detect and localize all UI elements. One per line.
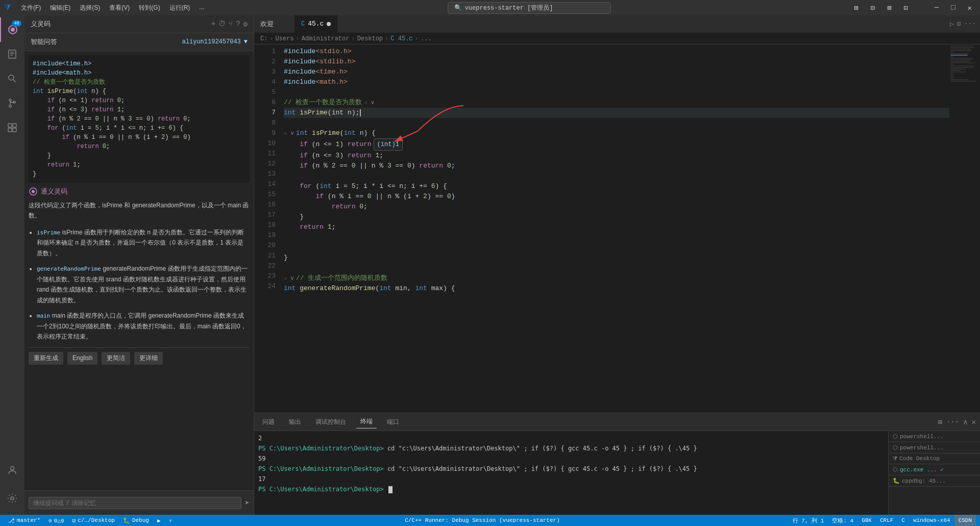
bullet-item-2: generateRandomPrime generateRandomPrime … — [37, 264, 250, 305]
terminal-maximize-icon[interactable]: ∧ — [963, 418, 967, 426]
menu-view[interactable]: 查看(V) — [105, 3, 134, 13]
status-csdn[interactable]: CSDN — [954, 515, 976, 526]
line-num-24: 24 — [258, 281, 276, 292]
menu-select[interactable]: 选择(S) — [76, 3, 104, 13]
search-bar[interactable]: 🔍 vuepress-starter [管理员] — [448, 2, 611, 14]
status-path[interactable]: ⊡ c/…/Desktop — [68, 515, 119, 526]
ai-input-field[interactable] — [29, 497, 241, 509]
status-eol[interactable]: CRLF — [876, 515, 897, 526]
code-row-21: } — [284, 253, 949, 263]
line-num-13: 13 — [258, 169, 276, 179]
line-num-21: 21 — [258, 251, 276, 261]
ai-hint-icon-6[interactable]: ☆ ∨ — [364, 98, 374, 108]
layout-icon-4[interactable]: ⊡ — [899, 4, 912, 12]
status-platform[interactable]: windows-x64 — [909, 515, 954, 526]
line-num-10: 10 — [258, 138, 276, 149]
ai-send-button[interactable]: ➤ — [244, 498, 250, 508]
right-panel-cppdbg[interactable]: 🐛 cppdbg: 45... — [889, 475, 980, 487]
status-spaces[interactable]: 空格: 4 — [828, 515, 857, 526]
code-line-8: if (n % 2 == 0 || n % 3 == 0) return 0; — [33, 114, 246, 124]
code-content[interactable]: #include<stdio.h> #include<stdlib.h> #in… — [280, 44, 949, 413]
more-icon[interactable]: ··· — [964, 20, 976, 28]
run-icon[interactable]: ▷ — [950, 20, 954, 28]
code-row-11: if (n <= 3 ) return 1 ; — [284, 151, 949, 161]
ai-hint-icon-9[interactable]: ☆ ∨ — [284, 128, 294, 138]
terminal-split-icon[interactable]: ⊞ — [938, 418, 942, 426]
breadcrumb: C: › Users › Administrator › Desktop › C… — [254, 33, 980, 44]
right-panel-code[interactable]: ⧩ Code Desktop — [889, 453, 980, 464]
editor-with-right: 1 2 3 4 5 6 7 8 9 10 11 12 13 14 — [254, 44, 980, 515]
tab-welcome[interactable]: 欢迎 — [254, 15, 295, 33]
activity-extensions[interactable] — [0, 115, 24, 140]
status-errors[interactable]: ⊙ 0△0 — [44, 515, 68, 526]
tab-45c[interactable]: C 45.c — [295, 15, 337, 33]
activity-account[interactable] — [0, 458, 24, 482]
menu-edit[interactable]: 编辑(E) — [46, 3, 75, 13]
terminal-tab-debug[interactable]: 调试控制台 — [311, 416, 350, 428]
terminal-content[interactable]: 2 PS C:\Users\Administrator\Desktop> cd … — [254, 431, 888, 515]
status-extra[interactable]: ⚡ — [165, 515, 177, 526]
close-button[interactable]: ✕ — [964, 4, 976, 12]
line-num-4: 4 — [258, 77, 276, 87]
maximize-button[interactable]: □ — [947, 4, 959, 12]
layout-icon-2[interactable]: ⊟ — [866, 4, 878, 12]
status-line-col[interactable]: 行 7, 列 1 — [789, 515, 828, 526]
svg-point-15 — [11, 467, 14, 470]
regenerate-button[interactable]: 重新生成 — [29, 352, 63, 365]
simplify-button[interactable]: 更简洁 — [102, 352, 130, 365]
code-row-22 — [284, 263, 949, 273]
ai-hint-icon-23[interactable]: ☆ ∨ — [284, 273, 294, 283]
minimap-line — [950, 78, 953, 79]
tooltip-popup: (int)1 — [374, 138, 403, 151]
menu-more[interactable]: ... — [195, 3, 208, 13]
terminal-tab-ports[interactable]: 端口 — [383, 416, 403, 428]
minimize-button[interactable]: ─ — [930, 4, 943, 12]
settings-icon[interactable]: ⚙ — [243, 20, 248, 29]
status-run[interactable]: ▶ — [153, 515, 165, 526]
new-chat-icon[interactable]: + — [211, 20, 215, 29]
right-panel-powershell-2[interactable]: ⬡ powershell... — [889, 442, 980, 453]
right-panel-gcc[interactable]: ⬡ gcc.exe ... ✓ — [889, 464, 980, 475]
activity-search[interactable] — [0, 66, 24, 91]
activity-explorer[interactable] — [0, 42, 24, 66]
english-button[interactable]: English — [67, 352, 97, 365]
activity-tongyi[interactable]: 48 — [0, 17, 24, 42]
line-num-23: 23 — [258, 271, 276, 281]
status-debug[interactable]: 🐛 Debug — [119, 515, 153, 526]
terminal-more-icon[interactable]: ··· — [946, 418, 959, 426]
history-icon[interactable]: ⏱ — [218, 20, 226, 29]
terminal-close-icon[interactable]: ✕ — [972, 418, 976, 426]
minimap-line — [950, 75, 953, 76]
terminal-tab-terminal[interactable]: 终端 — [356, 415, 377, 428]
minimap-line — [950, 56, 953, 57]
title-menu: 文件(F) 编辑(E) 选择(S) 查看(V) 转到(G) 运行(R) ... — [17, 3, 208, 13]
detail-button[interactable]: 更详细 — [134, 352, 163, 365]
layout-icon-3[interactable]: ⊠ — [883, 4, 895, 12]
svg-rect-13 — [8, 128, 12, 132]
tab-actions: ▷ ⊡ ··· — [950, 20, 980, 28]
menu-run[interactable]: 运行(R) — [165, 3, 194, 13]
terminal-tab-output[interactable]: 输出 — [285, 416, 305, 428]
terminal-tab-problems[interactable]: 问题 — [258, 416, 279, 428]
svg-rect-11 — [8, 124, 12, 127]
line-num-12: 12 — [258, 159, 276, 169]
user-selector[interactable]: aliyun1192457043 ▼ — [182, 38, 248, 45]
activity-git[interactable] — [0, 91, 24, 115]
help-icon[interactable]: ? — [236, 20, 240, 29]
code-line-7: if (n <= 3) return 1; — [33, 105, 246, 114]
right-panel-powershell-1[interactable]: ⬡ powershell... — [889, 431, 980, 442]
split-icon[interactable]: ⊡ — [957, 20, 961, 28]
activity-settings[interactable] — [0, 486, 24, 511]
status-encoding[interactable]: GBK — [857, 515, 876, 526]
modified-dot — [327, 22, 331, 26]
code-row-6: // 检查一个数是否为质数 ☆ ∨ — [284, 98, 949, 108]
minimap-line — [950, 81, 976, 82]
branch-icon[interactable]: ⑂ — [229, 20, 233, 29]
menu-file[interactable]: 文件(F) — [17, 3, 45, 13]
layout-icon-1[interactable]: ⊞ — [850, 4, 862, 12]
status-center-text: C/C++ Runner: Debug Session (vuepress-st… — [405, 517, 560, 523]
c-file-icon: C — [301, 20, 305, 28]
menu-goto[interactable]: 转到(G) — [135, 3, 164, 13]
status-language[interactable]: C — [897, 515, 909, 526]
status-git-branch[interactable]: ⎇ master* — [4, 515, 44, 526]
